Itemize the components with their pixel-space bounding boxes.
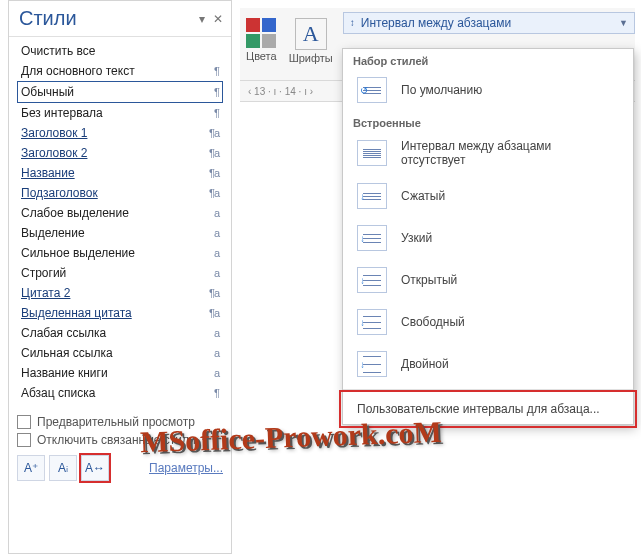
style-row[interactable]: Заголовок 1¶a [17,123,223,143]
style-name: Строгий [21,266,66,280]
panel-close-icon[interactable]: ✕ [213,12,223,26]
style-row[interactable]: Выделениеa [17,223,223,243]
style-name: Сильная ссылка [21,346,113,360]
style-name: Без интервала [21,106,103,120]
style-row[interactable]: Без интервала¶ [17,103,223,123]
section-style-set: Набор стилей [343,49,633,69]
colors-icon [246,18,276,48]
spacing-preview-icon: ↓ [357,309,387,335]
paragraph-spacing-dropdown: Набор стилей ↺ По умолчанию Встроенные И… [342,48,634,425]
style-name: Цитата 2 [21,286,70,300]
style-row[interactable]: Строгийa [17,263,223,283]
style-type-glyph: ¶a [209,307,219,319]
spacing-option[interactable]: ↓Свободный [343,301,633,343]
disable-linked-checkbox[interactable]: Отключить связанные стили [17,431,223,449]
style-type-glyph: ¶a [209,167,219,179]
spacing-option-default[interactable]: ↺ По умолчанию [343,69,633,111]
style-name: Заголовок 1 [21,126,87,140]
paragraph-spacing-icon: ↕ [350,20,355,26]
divider [343,389,633,390]
fonts-gallery-button[interactable]: A Шрифты [283,8,339,64]
spacing-option-label: По умолчанию [401,83,482,97]
spacing-option-label: Двойной [401,357,449,371]
style-name: Слабая ссылка [21,326,106,340]
style-type-glyph: a [214,327,219,339]
options-area: Предварительный просмотр Отключить связа… [9,407,231,451]
style-row[interactable]: Цитата 2¶a [17,283,223,303]
style-row[interactable]: Выделенная цитата¶a [17,303,223,323]
style-row[interactable]: Для основного текст¶ [17,61,223,81]
fonts-icon: A [295,18,327,50]
style-row[interactable]: Название книгиa [17,363,223,383]
style-name: Название [21,166,75,180]
style-type-glyph: ¶a [209,127,219,139]
style-name: Заголовок 2 [21,146,87,160]
style-type-glyph: ¶a [209,287,219,299]
panel-menu-icon[interactable]: ▾ [199,12,205,26]
style-row[interactable]: Подзаголовок¶a [17,183,223,203]
style-name: Сильное выделение [21,246,135,260]
paragraph-spacing-label: Интервал между абзацами [361,16,511,30]
new-style-button[interactable]: A⁺ [17,455,45,481]
spacing-preview-icon [357,140,387,166]
preview-checkbox[interactable]: Предварительный просмотр [17,413,223,431]
style-row[interactable]: Сильная ссылкаa [17,343,223,363]
spacing-option[interactable]: ↓Сжатый [343,175,633,217]
spacing-option[interactable]: ↓Двойной [343,343,633,385]
spacing-option-label: Узкий [401,231,432,245]
spacing-preview-icon: ↓ [357,351,387,377]
style-row[interactable]: Заголовок 2¶a [17,143,223,163]
chevron-down-icon: ▼ [619,18,628,28]
paragraph-spacing-split-button[interactable]: ↕ Интервал между абзацами ▼ [343,12,635,34]
style-type-glyph: a [214,247,219,259]
spacing-option-label: Интервал между абзацами отсутствует [401,139,619,167]
panel-header: Стили ▾ ✕ [9,1,231,32]
style-type-glyph: a [214,227,219,239]
style-row[interactable]: Абзац списка¶ [17,383,223,403]
style-type-glyph: ¶ [214,65,219,77]
style-row[interactable]: Обычный¶ [17,81,223,103]
spacing-option-label: Сжатый [401,189,445,203]
style-type-glyph: a [214,347,219,359]
style-name: Слабое выделение [21,206,129,220]
spacing-option-label: Свободный [401,315,465,329]
style-type-glyph: ¶ [214,107,219,119]
style-inspector-button[interactable]: Aᵢ [49,455,77,481]
style-type-glyph: ¶ [214,387,219,399]
style-row[interactable]: Слабая ссылкаa [17,323,223,343]
checkbox-icon [17,433,31,447]
spacing-option[interactable]: Интервал между абзацами отсутствует [343,131,633,175]
section-builtin: Встроенные [343,111,633,131]
spacing-option[interactable]: ↓Узкий [343,217,633,259]
style-row[interactable]: Очистить все [17,41,223,61]
style-type-glyph: ¶a [209,187,219,199]
colors-gallery-button[interactable]: Цвета [240,8,283,62]
style-type-glyph: ¶a [209,147,219,159]
style-row[interactable]: Слабое выделениеa [17,203,223,223]
style-name: Обычный [21,85,74,99]
style-name: Очистить все [21,44,95,58]
spacing-preview-icon: ↓ [357,267,387,293]
parameters-link[interactable]: Параметры... [149,461,223,475]
spacing-preview-icon: ↓ [357,225,387,251]
panel-bottom-toolbar: A⁺ Aᵢ A↔ Параметры... [9,451,231,485]
panel-title: Стили [19,7,77,30]
style-name: Название книги [21,366,108,380]
manage-styles-button[interactable]: A↔ [81,455,109,481]
styles-task-pane: Стили ▾ ✕ Очистить всеДля основного текс… [8,0,232,554]
custom-paragraph-spacing[interactable]: Пользовательские интервалы для абзаца... [343,394,633,424]
style-type-glyph: a [214,267,219,279]
style-row[interactable]: Сильное выделениеa [17,243,223,263]
style-type-glyph: ¶ [214,86,219,98]
spacing-option[interactable]: ↓Открытый [343,259,633,301]
style-name: Выделение [21,226,85,240]
custom-spacing-label: Пользовательские интервалы для абзаца... [357,402,600,416]
style-type-glyph: a [214,207,219,219]
style-name: Выделенная цитата [21,306,132,320]
spacing-option-label: Открытый [401,273,457,287]
style-name: Абзац списка [21,386,95,400]
disable-linked-label: Отключить связанные стили [37,433,196,447]
default-spacing-icon: ↺ [357,77,387,103]
style-row[interactable]: Название¶a [17,163,223,183]
styles-list: Очистить всеДля основного текст¶Обычный¶… [9,37,231,407]
